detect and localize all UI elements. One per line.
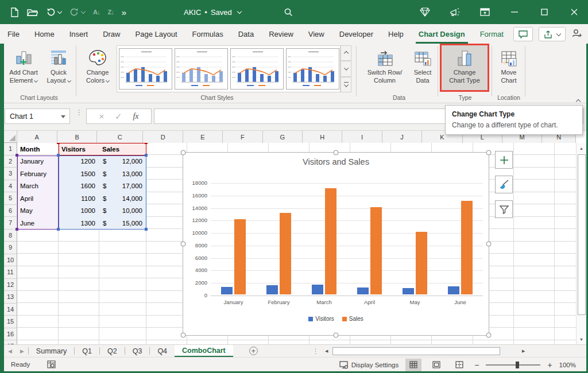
enter-icon[interactable]: ✓	[115, 111, 122, 122]
display-settings-button[interactable]: Display Settings	[339, 361, 399, 369]
chart-selection-handle[interactable]	[181, 150, 186, 156]
comments-button[interactable]	[513, 27, 533, 41]
maximize-button[interactable]	[531, 0, 558, 24]
ribbon-tab-chart-design[interactable]: Chart Design	[411, 24, 473, 44]
quick-layout-button[interactable]: Quick Layout	[44, 46, 74, 84]
bar-sales-january[interactable]	[234, 219, 246, 294]
ribbon-tab-page-layout[interactable]: Page Layout	[128, 24, 185, 44]
ribbon-display-options-icon[interactable]	[471, 0, 498, 24]
horizontal-scroll-thumb[interactable]	[332, 347, 500, 355]
undo-dropdown-icon[interactable]	[57, 9, 62, 13]
chart-selection-handle[interactable]	[486, 333, 492, 338]
new-sheet-button[interactable]: +	[249, 347, 258, 355]
undo-button[interactable]	[46, 7, 61, 17]
ribbon-tab-insert[interactable]: Insert	[62, 24, 96, 44]
scroll-down-icon[interactable]: ▼	[577, 334, 587, 344]
save-status-dropdown-icon[interactable]	[237, 9, 242, 13]
ribbon-tab-formulas[interactable]: Formulas	[185, 24, 231, 44]
zoom-slider[interactable]	[486, 364, 540, 366]
embedded-chart[interactable]: Visitors and Sales VisitorsSales 0200040…	[183, 152, 489, 336]
row-header-16[interactable]: 16	[4, 328, 17, 341]
bar-visitors-january[interactable]	[221, 287, 233, 294]
ribbon-tab-format[interactable]: Format	[473, 24, 511, 44]
scroll-up-icon[interactable]: ▲	[577, 143, 587, 153]
more-commands-icon[interactable]: »	[122, 7, 126, 17]
chart-style-thumbnail[interactable]	[119, 48, 172, 90]
chart-title[interactable]: Visitors and Sales	[183, 157, 489, 166]
premium-diamond-icon[interactable]	[411, 0, 439, 24]
column-header-c[interactable]: C	[97, 131, 143, 143]
search-icon[interactable]	[284, 7, 293, 19]
scroll-right-icon[interactable]: ▶	[519, 346, 529, 356]
select-all-corner[interactable]	[4, 131, 17, 142]
ribbon-tab-draw[interactable]: Draw	[95, 24, 127, 44]
row-header-2[interactable]: 2	[4, 156, 17, 168]
row-header-3[interactable]: 3	[4, 168, 17, 180]
column-header-e[interactable]: E	[183, 131, 223, 143]
chart-selection-handle[interactable]	[181, 242, 186, 247]
column-header-h[interactable]: H	[303, 131, 342, 143]
bar-sales-april[interactable]	[370, 207, 382, 294]
bar-sales-march[interactable]	[325, 188, 336, 294]
close-button[interactable]	[560, 0, 588, 24]
ribbon-tab-home[interactable]: Home	[27, 24, 62, 44]
chart-elements-button[interactable]	[495, 151, 513, 169]
values-range-handle[interactable]	[145, 154, 148, 157]
category-range-handle[interactable]	[16, 154, 18, 157]
document-title[interactable]: AKIC • Saved	[184, 0, 241, 24]
legend-item-sales[interactable]: Sales	[342, 316, 363, 322]
add-chart-element-button[interactable]: Add Chart Element	[5, 46, 42, 84]
row-header-14[interactable]: 14	[4, 304, 17, 316]
formula-bar-drag-dots[interactable]: ⋮	[75, 110, 79, 114]
sheet-tab-combochart[interactable]: ComboChart	[175, 345, 233, 357]
values-range-handle[interactable]	[57, 228, 60, 231]
view-page-layout-button[interactable]	[428, 359, 444, 371]
view-normal-button[interactable]	[405, 359, 421, 371]
sheet-tab-q3[interactable]: Q3	[125, 345, 150, 357]
row-header-10[interactable]: 10	[4, 254, 17, 267]
new-file-icon[interactable]	[10, 7, 19, 17]
insert-function-icon[interactable]: fx	[133, 112, 138, 121]
collapse-ribbon-icon[interactable]	[577, 95, 580, 106]
name-box-dropdown-icon[interactable]	[61, 115, 65, 118]
change-colors-button[interactable]: Change Colors	[82, 46, 114, 84]
header-cell-month[interactable]: Month	[17, 143, 59, 156]
minimize-button[interactable]	[501, 0, 528, 24]
sheet-tab-q2[interactable]: Q2	[100, 345, 125, 357]
tabbar-drag-dots[interactable]: ⋮	[312, 349, 316, 353]
chart-selection-handle[interactable]	[486, 242, 492, 247]
chart-selection-handle[interactable]	[334, 150, 339, 156]
column-header-a[interactable]: A	[17, 131, 57, 143]
row-header-17[interactable]: 17	[4, 340, 17, 344]
ribbon-tab-file[interactable]: File	[0, 24, 27, 44]
chart-selection-handle[interactable]	[486, 150, 492, 156]
zoom-out-button[interactable]: −	[474, 360, 479, 370]
column-header-f[interactable]: F	[223, 131, 262, 143]
switch-row-column-button[interactable]: Switch Row/ Column	[362, 46, 408, 84]
values-range-handle[interactable]	[57, 154, 60, 157]
row-header-12[interactable]: 12	[4, 279, 17, 292]
bar-sales-february[interactable]	[280, 213, 291, 294]
scroll-left-icon[interactable]: ◀	[322, 346, 332, 356]
sales-header-range-handle[interactable]	[145, 143, 148, 144]
gallery-more-button[interactable]	[341, 77, 351, 92]
vertical-scrollbar[interactable]: ▲ ▼	[576, 143, 586, 344]
row-header-6[interactable]: 6	[4, 205, 17, 217]
zoom-level[interactable]: 100%	[559, 362, 576, 368]
ribbon-tab-data[interactable]: Data	[231, 24, 261, 44]
sales-header-range-handle[interactable]	[57, 143, 60, 144]
sheet-nav-left-icon[interactable]: ◀	[4, 345, 16, 357]
vertical-scroll-thumb[interactable]	[578, 154, 586, 315]
row-header-13[interactable]: 13	[4, 291, 17, 304]
bar-visitors-may[interactable]	[403, 288, 414, 294]
row-header-8[interactable]: 8	[4, 230, 17, 242]
row-header-5[interactable]: 5	[4, 192, 17, 205]
zoom-slider-thumb[interactable]	[516, 362, 519, 368]
chart-legend[interactable]: VisitorsSales	[183, 316, 489, 322]
cancel-icon[interactable]: ×	[99, 111, 104, 121]
sheet-tab-q1[interactable]: Q1	[75, 345, 99, 357]
sheet-nav-right-icon[interactable]: ▶	[16, 345, 28, 357]
column-header-b[interactable]: B	[57, 131, 97, 143]
bar-visitors-june[interactable]	[448, 286, 459, 294]
horizontal-scrollbar[interactable]: ◀ ▶	[322, 346, 529, 356]
